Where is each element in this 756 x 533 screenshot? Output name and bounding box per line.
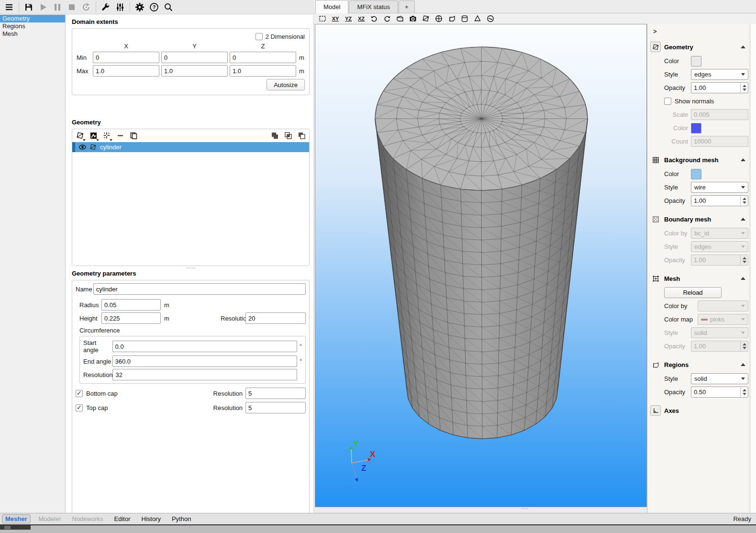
spin-up-icon[interactable]	[743, 389, 746, 391]
mode-button-python[interactable]: Python	[169, 515, 194, 523]
yz-view-button[interactable]: YZ	[344, 14, 353, 23]
boundary-mesh-opacity-input[interactable]	[691, 256, 737, 264]
boolean-intersect-button[interactable]	[283, 131, 293, 141]
search-button[interactable]	[161, 1, 176, 13]
right-scroll-gutter[interactable]	[750, 24, 756, 513]
geometry-section-header[interactable]: Geometry	[650, 41, 756, 53]
mesh-style-combo[interactable]: solid	[691, 327, 748, 338]
regions-visibility-button[interactable]	[434, 14, 444, 23]
top-cap-checkbox[interactable]: ✓	[76, 404, 83, 411]
boundary-mesh-visibility-button[interactable]	[460, 14, 469, 23]
tab-model[interactable]: Model	[315, 0, 348, 13]
collapse-panel-chevron[interactable]: >	[650, 26, 660, 38]
reset-button[interactable]	[79, 1, 93, 13]
mode-button-history[interactable]: History	[139, 515, 164, 523]
geometry-opacity-input[interactable]	[691, 84, 737, 91]
circumference-resolution-input[interactable]	[112, 369, 297, 380]
wizard-button[interactable]	[102, 131, 111, 141]
add-filter-button[interactable]	[89, 131, 98, 141]
mode-button-nodeworks[interactable]: Nodeworks	[69, 515, 106, 523]
background-mesh-opacity-spinbox[interactable]	[691, 195, 748, 206]
reset-view-button[interactable]	[318, 14, 327, 23]
collapse-arrow-icon[interactable]	[741, 45, 745, 48]
collapse-arrow-icon[interactable]	[741, 363, 745, 366]
perspective-button[interactable]	[395, 14, 405, 23]
tab-mfix-status[interactable]: MFiX status	[349, 0, 398, 13]
regions-opacity-input[interactable]	[691, 389, 737, 396]
xmin-input[interactable]	[93, 52, 159, 63]
spin-down-icon[interactable]	[743, 201, 746, 204]
xy-view-button[interactable]: XY	[331, 14, 340, 23]
spin-up-icon[interactable]	[743, 257, 746, 259]
rotate-ccw-button[interactable]	[369, 14, 379, 23]
background-mesh-color-swatch[interactable]	[691, 169, 701, 179]
pane-splitter-handle[interactable]	[72, 266, 310, 270]
mesh-section-header[interactable]: Mesh	[650, 272, 756, 285]
sidebar-item-regions[interactable]: Regions	[0, 22, 65, 30]
settings-button[interactable]	[133, 1, 147, 13]
remove-geometry-button[interactable]	[115, 131, 125, 141]
rotate-cw-button[interactable]	[382, 14, 392, 23]
help-button[interactable]: ?	[147, 1, 161, 13]
mesh-reload-button[interactable]: Reload	[664, 287, 722, 298]
boundary-mesh-section-header[interactable]: Boundary mesh	[650, 213, 756, 225]
geometry-style-combo[interactable]: edges	[691, 69, 748, 80]
copy-geometry-button[interactable]	[129, 131, 138, 141]
add-geometry-button[interactable]	[75, 131, 85, 141]
collapse-arrow-icon[interactable]	[741, 277, 745, 280]
spin-up-icon[interactable]	[743, 198, 746, 200]
zmin-input[interactable]	[230, 52, 296, 63]
xz-view-button[interactable]: XZ	[356, 14, 366, 23]
spin-down-icon[interactable]	[743, 261, 746, 263]
boundary-mesh-opacity-spinbox[interactable]	[691, 255, 748, 266]
mode-button-editor[interactable]: Editor	[111, 515, 133, 523]
build-button[interactable]	[99, 1, 113, 13]
collapse-arrow-icon[interactable]	[741, 158, 745, 161]
new-tab-button[interactable]: +	[399, 0, 415, 13]
mesh-opacity-input[interactable]	[691, 343, 737, 350]
geometry-tree-item-cylinder[interactable]: cylinder	[72, 142, 309, 152]
end-angle-input[interactable]	[112, 355, 297, 367]
boolean-union-button[interactable]	[270, 131, 279, 141]
pause-button[interactable]	[50, 1, 65, 13]
spin-up-icon[interactable]	[743, 343, 746, 345]
axes-visibility-button[interactable]	[486, 14, 495, 23]
two-dimensional-checkbox[interactable]: ✓	[256, 33, 263, 40]
bottom-cap-resolution-input[interactable]	[245, 388, 306, 399]
normals-color-swatch[interactable]	[691, 123, 701, 133]
geometry-visibility-button[interactable]	[421, 14, 431, 23]
top-cap-resolution-input[interactable]	[245, 402, 306, 413]
mesh-color-by-combo[interactable]	[698, 300, 748, 311]
background-mesh-section-header[interactable]: Background mesh	[650, 154, 756, 166]
xmax-input[interactable]	[93, 65, 159, 77]
mesh-opacity-spinbox[interactable]	[691, 341, 748, 352]
autosize-button[interactable]: Autosize	[267, 79, 305, 90]
spin-down-icon[interactable]	[743, 393, 746, 395]
boundary-mesh-style-combo[interactable]: edges	[691, 241, 748, 252]
name-input[interactable]	[93, 283, 306, 295]
regions-opacity-spinbox[interactable]	[691, 387, 748, 398]
zmax-input[interactable]	[230, 65, 296, 77]
regions-style-combo[interactable]: solid	[691, 373, 748, 384]
spin-up-icon[interactable]	[743, 85, 746, 87]
sidebar-item-geometry[interactable]: Geometry	[0, 15, 65, 22]
mode-button-modeler[interactable]: Modeler	[36, 515, 64, 523]
height-input[interactable]	[101, 312, 161, 324]
height-resolution-input[interactable]	[245, 312, 306, 324]
parameters-button[interactable]	[113, 1, 127, 13]
normals-count-input[interactable]	[691, 136, 748, 147]
mesh-visibility-button[interactable]	[473, 14, 482, 23]
regions-section-header[interactable]: Regions	[650, 358, 756, 371]
background-mesh-opacity-input[interactable]	[691, 197, 737, 204]
menu-button[interactable]	[2, 1, 16, 13]
bottom-cap-checkbox[interactable]: ✓	[76, 390, 83, 397]
viewport-splitter-handle[interactable]	[522, 508, 528, 509]
spin-down-icon[interactable]	[743, 89, 746, 91]
background-mesh-style-combo[interactable]: wire	[691, 182, 748, 193]
sidebar-item-mesh[interactable]: Mesh	[0, 30, 65, 38]
start-angle-input[interactable]	[112, 341, 297, 352]
mesh-color-map-combo[interactable]: pinks	[698, 314, 748, 325]
boundary-mesh-color-by-combo[interactable]: bc_id	[691, 228, 748, 239]
geometry-opacity-spinbox[interactable]	[691, 82, 748, 93]
spin-down-icon[interactable]	[743, 347, 746, 349]
